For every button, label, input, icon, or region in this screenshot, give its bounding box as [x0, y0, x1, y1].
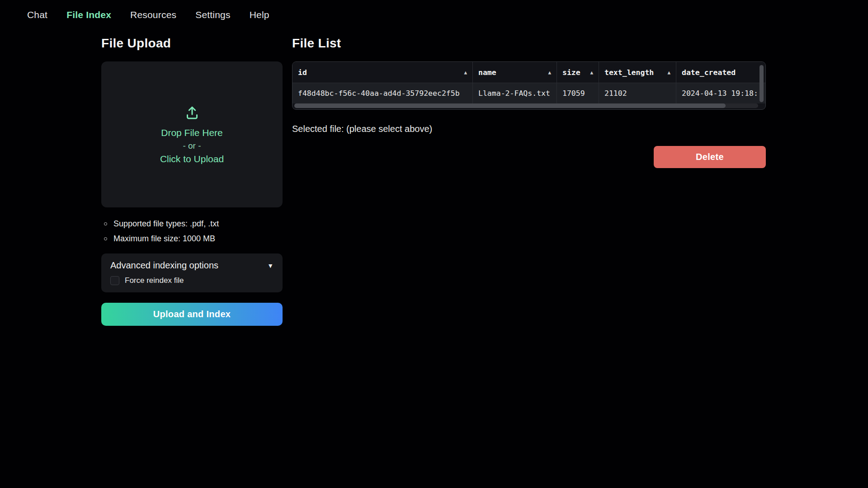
column-header-id[interactable]: id ▲: [292, 62, 473, 83]
advanced-options-title: Advanced indexing options: [110, 260, 218, 271]
column-label: date_created: [682, 68, 736, 77]
tab-chat[interactable]: Chat: [27, 9, 47, 20]
tab-resources[interactable]: Resources: [130, 9, 176, 20]
delete-button[interactable]: Delete: [654, 146, 766, 168]
advanced-options-accordion: Advanced indexing options ▼ Force reinde…: [101, 253, 283, 292]
upload-and-index-button[interactable]: Upload and Index: [101, 303, 283, 326]
cell-id[interactable]: f48d48bc-f56c-40aa-ad4d-35792eec2f5b: [292, 83, 473, 103]
upload-icon: [184, 105, 200, 121]
force-reindex-row[interactable]: Force reindex file: [110, 276, 274, 285]
file-dropzone[interactable]: Drop File Here - or - Click to Upload: [101, 61, 283, 207]
sort-arrow-icon[interactable]: ▲: [667, 70, 670, 75]
top-nav: Chat File Index Resources Settings Help: [0, 0, 868, 30]
chevron-down-icon[interactable]: ▼: [267, 262, 274, 269]
file-upload-title: File Upload: [101, 36, 283, 51]
vertical-scrollbar-thumb[interactable]: [760, 65, 764, 102]
column-label: name: [478, 68, 496, 77]
tab-settings[interactable]: Settings: [195, 9, 230, 20]
force-reindex-label: Force reindex file: [125, 276, 184, 285]
cell-date-created[interactable]: 2024-04-13 19:18:: [676, 83, 765, 103]
cell-name[interactable]: Llama-2-FAQs.txt: [473, 83, 557, 103]
upload-notes: Supported file types: .pdf, .txt Maximum…: [104, 216, 283, 246]
tab-file-index[interactable]: File Index: [66, 9, 111, 20]
cell-size[interactable]: 17059: [557, 83, 599, 103]
column-header-date-created[interactable]: date_created: [676, 62, 765, 83]
note-max-size: Maximum file size: 1000 MB: [104, 231, 283, 246]
dropzone-drop-label: Drop File Here: [161, 127, 223, 138]
horizontal-scrollbar-track[interactable]: [294, 103, 758, 108]
selected-file-status: Selected file: (please select above): [292, 124, 766, 134]
column-header-size[interactable]: size ▲: [557, 62, 599, 83]
tab-help[interactable]: Help: [250, 9, 269, 20]
column-label: id: [298, 68, 307, 77]
file-table: id ▲ name ▲ size ▲ text_length ▲ date_cr…: [292, 61, 766, 110]
column-label: size: [562, 68, 580, 77]
cell-text-length[interactable]: 21102: [599, 83, 676, 103]
note-max-size-text: Maximum file size: 1000 MB: [113, 231, 215, 246]
sort-arrow-icon[interactable]: ▲: [464, 70, 467, 75]
sort-arrow-icon[interactable]: ▲: [548, 70, 551, 75]
note-supported-types: Supported file types: .pdf, .txt: [104, 216, 283, 231]
bullet-icon: [104, 237, 107, 240]
file-list-title: File List: [292, 36, 766, 51]
sort-arrow-icon[interactable]: ▲: [590, 70, 593, 75]
bullet-icon: [104, 222, 107, 225]
note-supported-types-text: Supported file types: .pdf, .txt: [113, 216, 219, 231]
force-reindex-checkbox[interactable]: [110, 276, 119, 285]
column-header-name[interactable]: name ▲: [473, 62, 557, 83]
column-header-text-length[interactable]: text_length ▲: [599, 62, 676, 83]
column-label: text_length: [604, 68, 654, 77]
dropzone-click-label[interactable]: Click to Upload: [160, 154, 224, 164]
file-table-header: id ▲ name ▲ size ▲ text_length ▲ date_cr…: [292, 62, 765, 83]
horizontal-scrollbar-thumb[interactable]: [294, 103, 726, 108]
table-row[interactable]: f48d48bc-f56c-40aa-ad4d-35792eec2f5b Lla…: [292, 83, 765, 103]
dropzone-or-label: - or -: [183, 141, 201, 151]
file-list-panel: File List id ▲ name ▲ size ▲ text_length…: [292, 30, 766, 168]
advanced-options-header[interactable]: Advanced indexing options ▼: [110, 260, 274, 271]
file-upload-panel: File Upload Drop File Here - or - Click …: [101, 30, 283, 326]
